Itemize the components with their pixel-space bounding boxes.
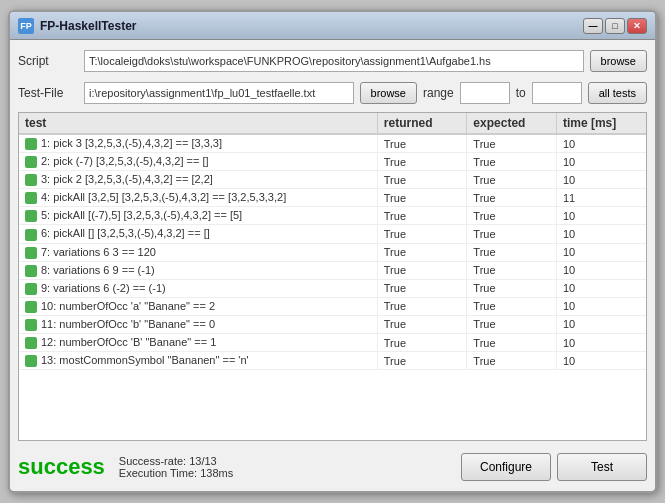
cell-test: 11: numberOfOcc 'b' "Banane" == 0 <box>19 315 377 333</box>
test-file-browse-button[interactable]: browse <box>360 82 417 104</box>
cell-expected: True <box>467 225 557 243</box>
table-row: 2: pick (-7) [3,2,5,3,(-5),4,3,2] == []T… <box>19 153 646 171</box>
results-table: test returned expected time [ms] 1: pick… <box>19 113 646 370</box>
cell-time: 10 <box>556 134 646 153</box>
content-area: Script browse Test-File browse range to … <box>10 40 655 491</box>
status-dot <box>25 156 37 168</box>
table-row: 8: variations 6 9 == (-1)TrueTrue10 <box>19 261 646 279</box>
range-to-label: to <box>516 86 526 100</box>
main-window: FP FP-HaskellTester — □ ✕ Script browse … <box>8 10 657 493</box>
cell-test: 13: mostCommonSymbol "Bananen" == 'n' <box>19 352 377 370</box>
table-row: 6: pickAll [] [3,2,5,3,(-5),4,3,2] == []… <box>19 225 646 243</box>
title-buttons: — □ ✕ <box>583 18 647 34</box>
title-bar-left: FP FP-HaskellTester <box>18 18 137 34</box>
cell-time: 11 <box>556 189 646 207</box>
cell-time: 10 <box>556 279 646 297</box>
footer-buttons: Configure Test <box>461 453 647 481</box>
cell-returned: True <box>377 297 467 315</box>
success-label: success <box>18 454 105 480</box>
cell-returned: True <box>377 315 467 333</box>
cell-time: 10 <box>556 171 646 189</box>
execution-time-value: 138ms <box>200 467 233 479</box>
cell-returned: True <box>377 153 467 171</box>
app-icon: FP <box>18 18 34 34</box>
cell-time: 10 <box>556 261 646 279</box>
cell-test: 5: pickAll [(-7),5] [3,2,5,3,(-5),4,3,2]… <box>19 207 377 225</box>
script-row: Script browse <box>18 48 647 74</box>
status-dot <box>25 283 37 295</box>
cell-test: 9: variations 6 (-2) == (-1) <box>19 279 377 297</box>
cell-expected: True <box>467 171 557 189</box>
cell-time: 10 <box>556 207 646 225</box>
range-from-input[interactable] <box>460 82 510 104</box>
cell-test: 1: pick 3 [3,2,5,3,(-5),4,3,2] == [3,3,3… <box>19 134 377 153</box>
cell-time: 10 <box>556 243 646 261</box>
cell-returned: True <box>377 334 467 352</box>
cell-time: 10 <box>556 225 646 243</box>
script-input[interactable] <box>84 50 584 72</box>
cell-time: 10 <box>556 315 646 333</box>
script-browse-button[interactable]: browse <box>590 50 647 72</box>
cell-expected: True <box>467 243 557 261</box>
cell-time: 10 <box>556 352 646 370</box>
window-title: FP-HaskellTester <box>40 19 137 33</box>
results-table-container: test returned expected time [ms] 1: pick… <box>18 112 647 441</box>
table-header-row: test returned expected time [ms] <box>19 113 646 134</box>
cell-returned: True <box>377 352 467 370</box>
cell-expected: True <box>467 261 557 279</box>
col-header-time: time [ms] <box>556 113 646 134</box>
cell-time: 10 <box>556 297 646 315</box>
table-row: 11: numberOfOcc 'b' "Banane" == 0TrueTru… <box>19 315 646 333</box>
cell-returned: True <box>377 171 467 189</box>
cell-expected: True <box>467 334 557 352</box>
all-tests-button[interactable]: all tests <box>588 82 647 104</box>
test-file-label: Test-File <box>18 86 78 100</box>
footer-stats: Success-rate: 13/13 Execution Time: 138m… <box>119 455 233 479</box>
close-button[interactable]: ✕ <box>627 18 647 34</box>
success-rate-label: Success-rate: <box>119 455 186 467</box>
title-bar: FP FP-HaskellTester — □ ✕ <box>10 12 655 40</box>
cell-test: 12: numberOfOcc 'B' "Banane" == 1 <box>19 334 377 352</box>
success-rate-row: Success-rate: 13/13 <box>119 455 233 467</box>
status-dot <box>25 301 37 313</box>
cell-expected: True <box>467 352 557 370</box>
cell-returned: True <box>377 225 467 243</box>
range-label: range <box>423 86 454 100</box>
status-dot <box>25 355 37 367</box>
cell-test: 4: pickAll [3,2,5] [3,2,5,3,(-5),4,3,2] … <box>19 189 377 207</box>
table-row: 13: mostCommonSymbol "Bananen" == 'n'Tru… <box>19 352 646 370</box>
minimize-button[interactable]: — <box>583 18 603 34</box>
cell-time: 10 <box>556 153 646 171</box>
test-file-input[interactable] <box>84 82 354 104</box>
cell-test: 3: pick 2 [3,2,5,3,(-5),4,3,2] == [2,2] <box>19 171 377 189</box>
cell-returned: True <box>377 189 467 207</box>
cell-expected: True <box>467 189 557 207</box>
execution-time-label: Execution Time: <box>119 467 197 479</box>
configure-button[interactable]: Configure <box>461 453 551 481</box>
table-row: 4: pickAll [3,2,5] [3,2,5,3,(-5),4,3,2] … <box>19 189 646 207</box>
cell-expected: True <box>467 207 557 225</box>
table-row: 3: pick 2 [3,2,5,3,(-5),4,3,2] == [2,2]T… <box>19 171 646 189</box>
table-row: 7: variations 6 3 == 120TrueTrue10 <box>19 243 646 261</box>
status-dot <box>25 229 37 241</box>
status-dot <box>25 337 37 349</box>
cell-returned: True <box>377 207 467 225</box>
col-header-test: test <box>19 113 377 134</box>
range-to-input[interactable] <box>532 82 582 104</box>
cell-expected: True <box>467 153 557 171</box>
footer: success Success-rate: 13/13 Execution Ti… <box>18 447 647 483</box>
status-dot <box>25 192 37 204</box>
cell-test: 7: variations 6 3 == 120 <box>19 243 377 261</box>
col-header-returned: returned <box>377 113 467 134</box>
test-button[interactable]: Test <box>557 453 647 481</box>
cell-test: 2: pick (-7) [3,2,5,3,(-5),4,3,2] == [] <box>19 153 377 171</box>
cell-returned: True <box>377 279 467 297</box>
status-dot <box>25 247 37 259</box>
cell-expected: True <box>467 134 557 153</box>
status-dot <box>25 210 37 222</box>
table-row: 1: pick 3 [3,2,5,3,(-5),4,3,2] == [3,3,3… <box>19 134 646 153</box>
table-row: 9: variations 6 (-2) == (-1)TrueTrue10 <box>19 279 646 297</box>
table-row: 10: numberOfOcc 'a' "Banane" == 2TrueTru… <box>19 297 646 315</box>
status-dot <box>25 319 37 331</box>
maximize-button[interactable]: □ <box>605 18 625 34</box>
